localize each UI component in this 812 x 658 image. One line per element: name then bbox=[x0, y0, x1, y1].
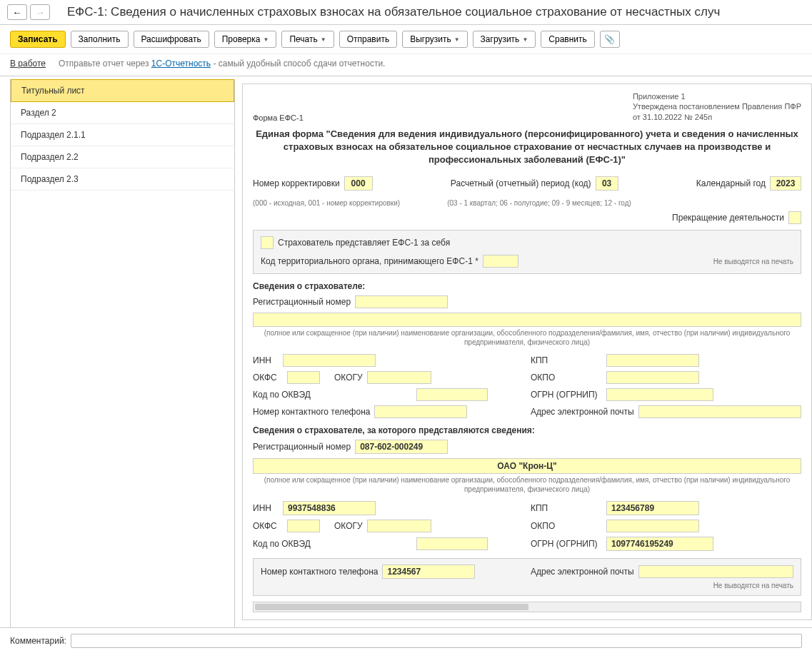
period-hint: (03 - 1 квартал; 06 - полугодие; 09 - 9 … bbox=[447, 199, 801, 207]
okfs-field-2[interactable] bbox=[287, 520, 320, 532]
territory-field[interactable] bbox=[483, 255, 518, 268]
corr-hint: (000 - исходная, 001 - номер корректиров… bbox=[253, 199, 400, 207]
attachment-button[interactable]: 📎 bbox=[600, 31, 620, 48]
fill-button[interactable]: Заполнить bbox=[71, 31, 129, 48]
kpp-field-2[interactable]: 123456789 bbox=[606, 501, 699, 515]
phone-label-1: Номер контактного телефона bbox=[253, 407, 370, 417]
inn-field-2[interactable]: 9937548836 bbox=[283, 501, 376, 515]
okogu-field-2[interactable] bbox=[367, 520, 431, 532]
phone-field-2[interactable]: 1234567 bbox=[382, 565, 475, 579]
cease-label: Прекращение деятельности bbox=[672, 213, 784, 223]
inn-label-1: ИНН bbox=[253, 355, 279, 365]
horizontal-scrollbar[interactable] bbox=[253, 602, 801, 612]
import-button[interactable]: Загрузить ▼ bbox=[473, 31, 536, 48]
phone-label-2: Номер контактного телефона bbox=[261, 567, 378, 577]
scrollbar-thumb[interactable] bbox=[255, 604, 528, 610]
okved-field-2[interactable] bbox=[416, 537, 488, 550]
kpp-label-1: КПП bbox=[531, 355, 602, 365]
section2-title: Сведения о страхователе, за которого пре… bbox=[253, 425, 801, 435]
reg-num-field-1[interactable] bbox=[355, 295, 448, 308]
territory-label: Код территориального органа, принимающег… bbox=[261, 256, 478, 266]
okfs-label-1: ОКФС bbox=[253, 373, 283, 383]
toolbar: Записать Заполнить Расшифровать Проверка… bbox=[0, 25, 812, 54]
sidebar: Титульный лист Раздел 2 Подраздел 2.1.1 … bbox=[10, 79, 235, 627]
okfs-field-1[interactable] bbox=[287, 371, 320, 384]
sidebar-item-subsection-2-3[interactable]: Подраздел 2.3 bbox=[11, 168, 234, 191]
corr-num-label: Номер корректировки bbox=[253, 178, 340, 188]
self-submit-box: Страхователь представляет ЕФС-1 за себя … bbox=[253, 230, 801, 274]
ogrn-label-2: ОГРН (ОГРНИП) bbox=[531, 539, 602, 549]
ogrn-field-1[interactable] bbox=[606, 388, 713, 401]
okogu-label-1: ОКОГУ bbox=[334, 373, 363, 383]
okved-label-2: Код по ОКВЭД bbox=[253, 539, 311, 549]
email-field-2[interactable] bbox=[638, 565, 793, 578]
chevron-down-icon: ▼ bbox=[321, 36, 326, 43]
reg-num-label-1: Регистрационный номер bbox=[253, 297, 351, 307]
phone-field-1[interactable] bbox=[374, 405, 467, 418]
not-printed-note-2: Не выводятся на печать bbox=[261, 582, 793, 589]
year-field[interactable]: 2023 bbox=[770, 176, 801, 191]
self-submit-label: Страхователь представляет ЕФС-1 за себя bbox=[278, 238, 450, 248]
compare-button[interactable]: Сравнить bbox=[541, 31, 594, 48]
inn-field-1[interactable] bbox=[283, 354, 376, 367]
inn-label-2: ИНН bbox=[253, 503, 279, 513]
ogrn-field-2[interactable]: 1097746195249 bbox=[606, 537, 713, 551]
status-link[interactable]: В работе bbox=[10, 59, 46, 69]
section1-title: Сведения о страхователе: bbox=[253, 281, 801, 291]
okogu-label-2: ОКОГУ bbox=[334, 521, 363, 531]
okogu-field-1[interactable] bbox=[367, 371, 431, 384]
okpo-field-1[interactable] bbox=[606, 371, 699, 384]
okved-label-1: Код по ОКВЭД bbox=[253, 390, 311, 400]
print-button-label: Печать bbox=[289, 34, 317, 44]
period-field[interactable]: 03 bbox=[596, 176, 618, 191]
chevron-down-icon: ▼ bbox=[454, 36, 460, 43]
reg-num-field-2[interactable]: 087-602-000249 bbox=[355, 440, 448, 454]
reg-num-label-2: Регистрационный номер bbox=[253, 442, 351, 452]
name-hint-2: (полное или сокращенное (при наличии) на… bbox=[253, 475, 801, 494]
contact-box: Номер контактного телефона 1234567 Адрес… bbox=[253, 558, 801, 596]
okpo-label-2: ОКПО bbox=[531, 521, 602, 531]
reporting-link[interactable]: 1С-Отчетность bbox=[151, 59, 211, 69]
email-field-1[interactable] bbox=[638, 405, 801, 418]
window-title: ЕФС-1: Сведения о начисленных страховых … bbox=[67, 5, 720, 19]
not-printed-note: Не выводятся на печать bbox=[713, 258, 793, 265]
org-name-field-2[interactable]: ОАО "Крон-Ц" bbox=[253, 458, 801, 474]
check-button[interactable]: Проверка ▼ bbox=[214, 31, 277, 48]
okpo-label-1: ОКПО bbox=[531, 373, 602, 383]
year-label: Календарный год bbox=[696, 178, 766, 188]
corr-num-field[interactable]: 000 bbox=[344, 176, 373, 191]
cease-checkbox[interactable] bbox=[788, 211, 801, 224]
paperclip-icon: 📎 bbox=[604, 34, 615, 44]
arrow-right-icon: → bbox=[35, 7, 44, 18]
sidebar-item-title-page[interactable]: Титульный лист bbox=[11, 79, 234, 102]
sidebar-item-subsection-2-1-1[interactable]: Подраздел 2.1.1 bbox=[11, 124, 234, 146]
decrypt-button[interactable]: Расшифровать bbox=[134, 31, 209, 48]
sidebar-item-section-2[interactable]: Раздел 2 bbox=[11, 102, 234, 124]
form-main-title: Единая форма "Сведения для ведения индив… bbox=[253, 128, 801, 167]
period-label: Расчетный (отчетный) период (код) bbox=[451, 178, 591, 188]
export-button-label: Выгрузить bbox=[410, 34, 451, 44]
forward-button[interactable]: → bbox=[30, 4, 50, 20]
form-code: Форма ЕФС-1 bbox=[253, 113, 304, 122]
email-label-2: Адрес электронной почты bbox=[531, 567, 634, 577]
chevron-down-icon: ▼ bbox=[522, 36, 528, 43]
save-button[interactable]: Записать bbox=[10, 31, 66, 48]
send-button[interactable]: Отправить bbox=[339, 31, 398, 48]
comment-input[interactable] bbox=[71, 634, 802, 648]
export-button[interactable]: Выгрузить ▼ bbox=[402, 31, 467, 48]
arrow-left-icon: ← bbox=[12, 7, 21, 18]
self-submit-checkbox[interactable] bbox=[261, 236, 274, 249]
status-hint: Отправьте отчет через 1С-Отчетность - са… bbox=[59, 59, 385, 69]
org-name-field-1[interactable] bbox=[253, 313, 801, 327]
check-button-label: Проверка bbox=[222, 34, 261, 44]
ogrn-label-1: ОГРН (ОГРНИП) bbox=[531, 390, 602, 400]
kpp-field-1[interactable] bbox=[606, 354, 699, 367]
print-button[interactable]: Печать ▼ bbox=[281, 31, 334, 48]
approval-text: Приложение 1 Утверждена постановлением П… bbox=[633, 91, 801, 122]
sidebar-item-subsection-2-2[interactable]: Подраздел 2.2 bbox=[11, 146, 234, 168]
name-hint-1: (полное или сокращенное (при наличии) на… bbox=[253, 328, 801, 347]
email-label-1: Адрес электронной почты bbox=[531, 407, 634, 417]
okpo-field-2[interactable] bbox=[606, 520, 699, 532]
back-button[interactable]: ← bbox=[7, 4, 27, 20]
okved-field-1[interactable] bbox=[416, 388, 488, 401]
